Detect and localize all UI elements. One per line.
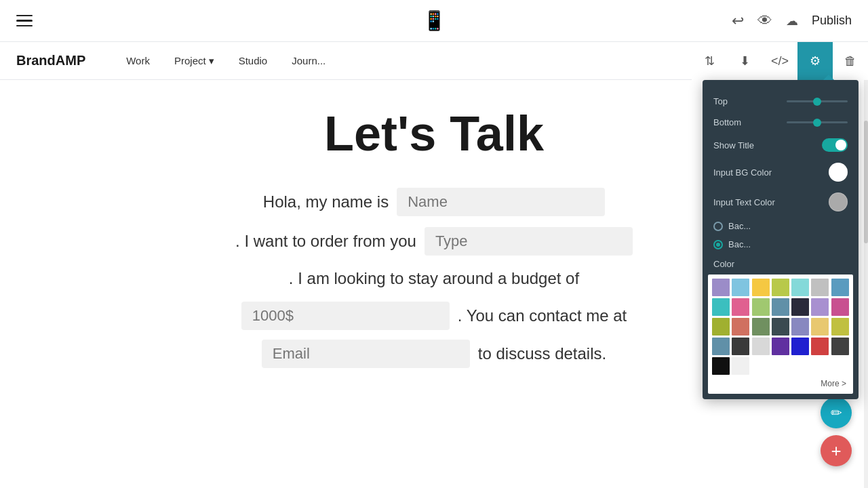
color-cell[interactable] [811,298,829,316]
bottom-slider-thumb [813,119,821,127]
top-label: Top [713,96,728,106]
color-cell[interactable] [752,298,770,316]
toggle-knob [835,140,846,150]
top-toolbar: 📱 ↩ 👁 ☁ Publish [0,0,868,42]
color-cell[interactable] [732,338,749,355]
color-cell[interactable] [831,318,849,336]
background-radio-1[interactable] [713,222,723,231]
show-title-row: Show Title [703,133,859,157]
publish-button[interactable]: Publish [812,14,852,28]
color-cell[interactable] [732,279,749,296]
row3-text: . I am looking to stay around a budget o… [289,269,579,287]
name-input[interactable] [397,188,605,216]
show-title-toggle[interactable] [822,138,848,152]
row4-suffix-text: . You can contact me at [458,306,627,325]
nav-studio[interactable]: Studio [239,55,268,66]
color-label: Color [713,259,734,269]
color-cell[interactable] [752,338,770,355]
type-input[interactable] [425,227,633,256]
color-cell[interactable] [772,338,789,355]
row1-prefix-text: Hola, my name is [263,192,389,211]
input-bg-color-row: Input BG Color [703,157,859,187]
download-icon-btn[interactable]: ⬇ [727,42,762,80]
add-fab-button[interactable]: + [821,435,852,466]
color-cell[interactable] [791,318,809,336]
color-cell[interactable] [712,279,730,296]
nav-project[interactable]: Project ▾ [174,55,214,67]
toolbar-left [16,15,33,27]
input-text-color-label: Input Text Color [713,197,775,207]
scrollbar[interactable] [864,80,868,488]
top-padding-row: Top [703,91,859,112]
hamburger-icon[interactable] [16,15,33,27]
cloud-upload-icon[interactable]: ☁ [786,14,798,28]
background-radio-label-2: Bac... [728,239,751,249]
preview-icon[interactable]: 👁 [757,12,772,30]
bottom-padding-row: Bottom [703,112,859,133]
color-grid [712,279,849,375]
color-cell[interactable] [831,279,849,296]
scrollbar-thumb [864,121,868,243]
nav-journal[interactable]: Journ... [292,55,326,66]
color-cell[interactable] [791,338,809,355]
row5-suffix-text: to discuss details. [478,344,606,363]
background-radio-row-2: Bac... [703,235,859,253]
bottom-slider[interactable] [787,121,848,123]
background-radio-2[interactable] [713,240,723,249]
budget-input[interactable] [241,302,450,330]
nav-panel-icons: ⇅ ⬇ </> ⚙ 🗑 [692,42,868,80]
toolbar-right: ↩ 👁 ☁ Publish [732,12,852,30]
color-cell[interactable] [712,298,730,316]
color-cell[interactable] [712,318,730,336]
toolbar-center: 📱 [422,9,446,32]
color-cell[interactable] [811,318,829,336]
settings-panel: Top Bottom Show Title Input BG Color Inp… [703,80,859,399]
color-cell[interactable] [752,318,770,336]
color-cell[interactable] [811,338,829,355]
brand-logo: BrandAMP [16,53,85,68]
background-radio-row-1: Bac... [703,217,859,235]
sort-icon-btn[interactable]: ⇅ [692,42,727,80]
color-cell[interactable] [772,298,789,316]
top-slider[interactable] [787,100,848,102]
show-title-label: Show Title [713,140,754,150]
trash-icon-btn[interactable]: 🗑 [833,42,868,80]
chevron-down-icon: ▾ [209,55,214,67]
color-cell[interactable] [831,298,849,316]
color-cell[interactable] [772,279,789,296]
edit-fab-button[interactable]: ✏ [821,397,852,428]
nav-links: Work Project ▾ Studio Journ... [126,55,326,67]
color-row: Color [703,253,859,274]
input-text-color-swatch[interactable] [829,192,848,211]
input-bg-color-swatch[interactable] [829,163,848,182]
email-input[interactable] [262,340,470,368]
input-bg-color-label: Input BG Color [713,167,772,178]
color-cell[interactable] [791,279,809,296]
phone-preview-icon[interactable]: 📱 [422,9,446,32]
color-picker-panel: More > [708,274,853,394]
input-text-color-row: Input Text Color [703,187,859,217]
code-icon-btn[interactable]: </> [762,42,797,80]
top-slider-thumb [813,98,821,106]
nav-bar: BrandAMP Work Project ▾ Studio Journ... … [0,42,868,80]
background-radio-label-1: Bac... [728,221,751,231]
color-cell[interactable] [732,298,749,316]
color-cell[interactable] [791,298,809,316]
color-cell[interactable] [712,357,730,375]
undo-icon[interactable]: ↩ [732,12,744,30]
color-cell[interactable] [831,338,849,355]
color-cell[interactable] [712,338,730,355]
more-colors-link[interactable]: More > [712,378,849,390]
color-cell[interactable] [752,279,770,296]
color-cell[interactable] [732,318,749,336]
color-cell[interactable] [811,279,829,296]
color-cell[interactable] [732,357,749,375]
bottom-label: Bottom [713,117,741,127]
color-cell[interactable] [772,318,789,336]
row2-prefix-text: . I want to order from you [235,232,416,251]
nav-work[interactable]: Work [126,55,150,66]
